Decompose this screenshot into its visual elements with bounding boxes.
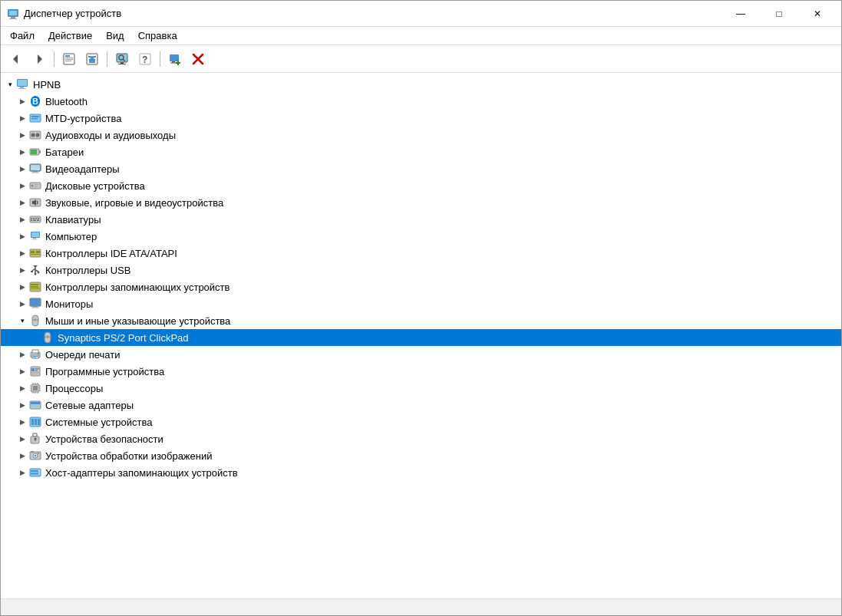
tree-item-software[interactable]: ▶ Программные устройства	[1, 363, 841, 380]
computer-icon	[16, 77, 30, 91]
device-manager-window: Диспетчер устройств — □ ✕ Файл Действие …	[0, 0, 842, 616]
svg-rect-103	[31, 374, 38, 374]
svg-rect-7	[65, 55, 70, 57]
close-button[interactable]: ✕	[800, 5, 835, 22]
svg-rect-132	[31, 451, 34, 453]
tree-item-network[interactable]: ▶ Сетевые адаптеры	[1, 397, 841, 413]
tree-item-mice[interactable]: ▾ Мыши и иные указывающие устройства	[1, 312, 841, 329]
svg-rect-66	[31, 251, 35, 253]
system-label: Системные устройства	[45, 417, 152, 428]
chevron-usb: ▶	[16, 264, 28, 276]
security-label: Устройства безопасности	[45, 433, 163, 445]
forward-button[interactable]	[28, 48, 50, 70]
tree-item-sound[interactable]: ▶ Звуковые, игровые и видеоустройства	[1, 194, 841, 211]
tree-item-print-queue[interactable]: ▶ Очереди печати	[1, 346, 841, 363]
svg-rect-121	[35, 405, 37, 407]
menu-bar: Файл Действие Вид Справка	[1, 27, 841, 45]
audio-label: Аудиовходы и аудиовыходы	[45, 130, 176, 141]
svg-point-134	[35, 455, 37, 457]
svg-point-130	[35, 438, 37, 440]
tree-item-clickpad[interactable]: Synaptics PS/2 Port ClickPad	[1, 329, 841, 346]
mtd-label: MTD-устройства	[45, 113, 121, 124]
tree-root-hpnb[interactable]: ▾ HPNB	[1, 76, 841, 93]
svg-rect-102	[31, 372, 39, 373]
svg-point-140	[38, 473, 40, 475]
menu-file[interactable]: Файл	[4, 28, 41, 43]
svg-marker-5	[38, 54, 42, 64]
tree-item-processor[interactable]: ▶ Процес	[1, 380, 841, 397]
chevron-bluetooth: ▶	[16, 95, 28, 107]
properties-icon	[62, 52, 76, 66]
tree-item-display[interactable]: ▶ Видеоадаптеры	[1, 160, 841, 177]
tree-item-system[interactable]: ▶ Системные устройства	[1, 413, 841, 430]
processor-label: Процессоры	[45, 383, 103, 394]
chevron-imaging: ▶	[16, 450, 28, 462]
tree-item-ide[interactable]: ▶ Контроллеры IDE ATA/ATAPI	[1, 245, 841, 262]
tree-item-storage-host[interactable]: ▶ Хост-адаптеры запоминающих устройств	[1, 464, 841, 481]
svg-rect-95	[33, 356, 38, 357]
menu-help[interactable]: Справка	[132, 28, 183, 43]
remove-device-button[interactable]	[187, 48, 209, 70]
svg-rect-42	[31, 150, 37, 154]
chevron-ide: ▶	[16, 247, 28, 259]
tree-item-mtd[interactable]: ▶ MTD-устройства	[1, 110, 841, 127]
svg-point-48	[31, 185, 34, 187]
tree-item-imaging[interactable]: ▶ Устройства обработки изображений	[1, 447, 841, 464]
svg-rect-50	[35, 186, 38, 187]
maximize-button[interactable]: □	[761, 5, 797, 22]
mouse-icon	[28, 314, 42, 328]
svg-rect-45	[33, 171, 38, 173]
sound-label: Звуковые, игровые и видеоустройства	[45, 197, 223, 209]
disk-icon	[28, 179, 42, 193]
unknown-hardware-button[interactable]: ?	[134, 48, 156, 70]
svg-rect-9	[65, 59, 73, 60]
tree-item-keyboard[interactable]: ▶ Клавиатуры	[1, 211, 841, 228]
tree-item-monitor[interactable]: ▶ Мониторы	[1, 295, 841, 312]
svg-rect-55	[33, 218, 35, 219]
svg-point-39	[36, 133, 40, 137]
tree-item-computer[interactable]: ▶ Компьютер	[1, 228, 841, 245]
svg-rect-99	[31, 368, 35, 371]
svg-rect-13	[89, 60, 95, 63]
svg-point-38	[31, 133, 35, 137]
clickpad-icon	[41, 331, 54, 344]
tree-item-bluetooth[interactable]: ▶ B Bluetooth	[1, 93, 841, 110]
ide-label: Контроллеры IDE ATA/ATAPI	[45, 248, 177, 259]
forward-icon	[33, 53, 45, 65]
svg-rect-127	[33, 433, 37, 436]
tree-item-usb[interactable]: ▶ Контроллеры USB	[1, 262, 841, 278]
menu-view[interactable]: Вид	[100, 28, 130, 43]
usb-icon	[28, 263, 42, 277]
device-tree[interactable]: ▾ HPNB ▶ B Bluetooth	[1, 73, 841, 598]
add-device-button[interactable]	[164, 48, 186, 70]
svg-rect-83	[31, 299, 40, 305]
svg-rect-60	[37, 220, 39, 222]
tree-item-audio[interactable]: ▶ Аудиовходы и аудиовыходы	[1, 127, 841, 143]
tree-item-storage-ctrl[interactable]: ▶ Контроллеры запоминающих устройств	[1, 278, 841, 295]
properties-button[interactable]	[58, 48, 80, 70]
chevron-print-queue: ▶	[16, 348, 28, 361]
chevron-computer: ▶	[16, 230, 28, 242]
svg-rect-23	[170, 62, 177, 63]
svg-rect-120	[31, 405, 34, 407]
svg-rect-44	[31, 165, 40, 170]
tree-item-battery[interactable]: ▶ Батареи	[1, 143, 841, 160]
mice-label: Мыши и иные указывающие устройства	[45, 315, 230, 327]
monitor-label: Мониторы	[45, 298, 93, 310]
window-icon	[7, 8, 19, 20]
update-driver-button[interactable]	[81, 48, 103, 70]
svg-rect-22	[172, 61, 175, 63]
tree-item-security[interactable]: ▶ Устройства безопасности	[1, 430, 841, 447]
storage-host-label: Хост-адаптеры запоминающих устройств	[45, 467, 238, 479]
svg-rect-3	[9, 18, 17, 19]
back-button[interactable]	[5, 48, 27, 70]
tree-item-disk[interactable]: ▶ Дисковые устройства	[1, 177, 841, 194]
minimize-button[interactable]: —	[723, 5, 758, 22]
svg-rect-35	[31, 116, 39, 117]
svg-point-97	[38, 353, 39, 354]
menu-action[interactable]: Действие	[42, 28, 98, 43]
security-icon	[28, 432, 42, 446]
storage-ctrl-label: Контроллеры запоминающих устройств	[45, 282, 229, 293]
chevron-disk: ▶	[16, 180, 28, 192]
scan-button[interactable]	[111, 48, 133, 70]
